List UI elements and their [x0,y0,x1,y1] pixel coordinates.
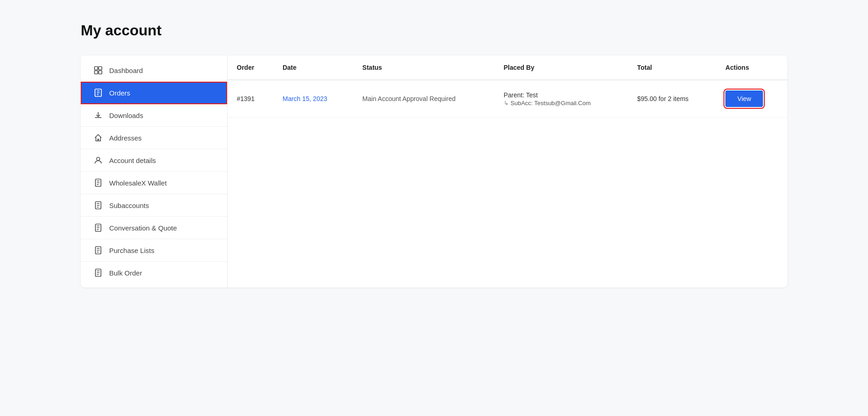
sidebar-item-addresses[interactable]: Addresses [81,127,227,149]
sidebar-item-subaccounts-label: Subaccounts [109,202,149,209]
orders-table: Order Date Status Placed By Total Action… [228,56,787,118]
sidebar-item-downloads[interactable]: Downloads [81,104,227,127]
order-status: Main Account Approval Required [362,95,456,102]
col-header-actions: Actions [716,56,787,80]
svg-rect-2 [95,71,98,74]
col-header-order: Order [228,56,273,80]
col-header-status: Status [353,56,495,80]
sidebar-item-account-details[interactable]: Account details [81,149,227,172]
col-header-date: Date [273,56,353,80]
sidebar-item-orders[interactable]: Orders [81,82,227,104]
svg-rect-1 [99,67,102,70]
arrow-icon: ↳ [504,100,509,107]
doc-icon-conv [94,223,103,232]
order-number: #1391 [237,95,255,102]
svg-rect-0 [95,67,98,70]
main-content: Order Date Status Placed By Total Action… [228,56,787,287]
sidebar-item-account-details-label: Account details [109,157,156,164]
download-icon [94,111,103,120]
sidebar-item-purchase-lists[interactable]: Purchase Lists [81,239,227,262]
sidebar-item-dashboard[interactable]: Dashboard [81,59,227,82]
sidebar-item-dashboard-label: Dashboard [109,67,143,74]
order-date: March 15, 2023 [283,95,327,102]
sidebar-item-wholesale-wallet[interactable]: WholesaleX Wallet [81,172,227,194]
grid-icon [94,66,103,75]
sidebar-item-bulk-order[interactable]: Bulk Order [81,262,227,284]
sidebar: Dashboard Orders [81,56,228,287]
svg-point-5 [97,157,100,161]
sidebar-item-addresses-label: Addresses [109,134,142,142]
sidebar-item-subaccounts[interactable]: Subaccounts [81,194,227,217]
col-header-placed-by: Placed By [495,56,628,80]
placed-by-sub: ↳ SubAcc: Testsub@Gmail.Com [504,100,619,107]
col-header-total: Total [628,56,717,80]
svg-rect-3 [99,71,102,74]
home-icon [94,133,103,142]
table-row: #1391 March 15, 2023 Main Account Approv… [228,80,787,118]
view-order-button[interactable]: View [725,90,763,107]
person-icon [94,156,103,165]
doc-icon-purchase [94,246,103,255]
doc-icon-sub [94,201,103,210]
sidebar-item-wholesale-wallet-label: WholesaleX Wallet [109,179,167,187]
sidebar-item-bulk-order-label: Bulk Order [109,269,142,277]
sidebar-item-purchase-lists-label: Purchase Lists [109,247,154,254]
sidebar-item-downloads-label: Downloads [109,112,143,119]
sidebar-item-conversation-quote[interactable]: Conversation & Quote [81,217,227,239]
sidebar-item-orders-label: Orders [109,89,130,97]
doc-icon-wallet [94,178,103,187]
orders-icon [94,88,103,97]
sidebar-item-conversation-quote-label: Conversation & Quote [109,224,177,232]
placed-by-parent: Parent: Test [504,91,619,99]
page-title: My account [81,22,787,39]
doc-icon-bulk [94,268,103,277]
order-total: $95.00 for 2 items [637,95,689,102]
